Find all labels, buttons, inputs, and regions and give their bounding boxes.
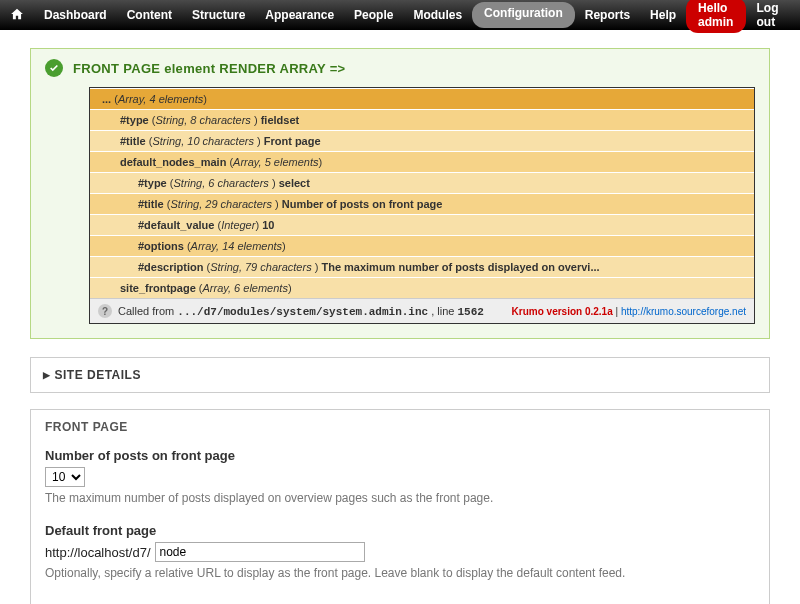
admin-menu-item-modules[interactable]: Modules <box>403 2 472 28</box>
krumo-row[interactable]: ... (Array, 4 elements) <box>90 88 754 109</box>
krumo-row[interactable]: #description (String, 79 characters ) Th… <box>90 256 754 277</box>
admin-menu-item-appearance[interactable]: Appearance <box>255 2 344 28</box>
admin-toolbar: DashboardContentStructureAppearancePeopl… <box>0 0 800 30</box>
krumo-row[interactable]: #type (String, 6 characters ) select <box>90 172 754 193</box>
krumo-line-label: , line <box>431 305 457 317</box>
site-details-toggle[interactable]: ▶ SITE DETAILS <box>31 358 769 392</box>
check-icon <box>45 59 63 77</box>
site-details-fieldset: ▶ SITE DETAILS <box>30 357 770 393</box>
krumo-row[interactable]: #title (String, 29 characters ) Number o… <box>90 193 754 214</box>
admin-menu-item-configuration[interactable]: Configuration <box>472 2 575 28</box>
admin-menu-item-reports[interactable]: Reports <box>575 2 640 28</box>
krumo-called-from-label: Called from <box>118 305 177 317</box>
krumo-row[interactable]: #default_value (Integer) 10 <box>90 214 754 235</box>
logout-link[interactable]: Log out <box>746 0 790 35</box>
status-title: FRONT PAGE element RENDER ARRAY => <box>73 61 345 76</box>
num-posts-select[interactable]: 10 <box>45 467 85 487</box>
front-page-fieldset: FRONT PAGE Number of posts on front page… <box>30 409 770 604</box>
num-posts-item: Number of posts on front page 10 The max… <box>45 448 755 505</box>
krumo-row[interactable]: #title (String, 10 characters ) Front pa… <box>90 130 754 151</box>
krumo-file-path: .../d7/modules/system/system.admin.inc <box>177 306 428 318</box>
home-icon[interactable] <box>10 7 24 24</box>
triangle-right-icon: ▶ <box>43 370 51 380</box>
krumo-row[interactable]: #options (Array, 14 elements) <box>90 235 754 256</box>
admin-menu-item-dashboard[interactable]: Dashboard <box>34 2 117 28</box>
hello-user-badge[interactable]: Hello admin <box>686 0 746 33</box>
front-page-legend: FRONT PAGE <box>45 420 755 434</box>
admin-menu-item-help[interactable]: Help <box>640 2 686 28</box>
admin-menu-item-structure[interactable]: Structure <box>182 2 255 28</box>
default-front-label: Default front page <box>45 523 755 538</box>
site-details-title: SITE DETAILS <box>55 368 141 382</box>
krumo-debug-tree: ... (Array, 4 elements)#type (String, 8 … <box>89 87 755 324</box>
num-posts-label: Number of posts on front page <box>45 448 755 463</box>
krumo-row[interactable]: default_nodes_main (Array, 5 elements) <box>90 151 754 172</box>
krumo-row[interactable]: site_frontpage (Array, 6 elements) <box>90 277 754 298</box>
admin-menu-item-content[interactable]: Content <box>117 2 182 28</box>
admin-menu: DashboardContentStructureAppearancePeopl… <box>34 2 686 28</box>
admin-menu-item-people[interactable]: People <box>344 2 403 28</box>
default-front-input[interactable] <box>155 542 365 562</box>
krumo-footer: ? Called from .../d7/modules/system/syst… <box>90 298 754 323</box>
krumo-row[interactable]: #type (String, 8 characters ) fieldset <box>90 109 754 130</box>
default-front-item: Default front page http://localhost/d7/ … <box>45 523 755 580</box>
krumo-version[interactable]: Krumo version 0.2.1a <box>512 306 613 317</box>
status-message-box: FRONT PAGE element RENDER ARRAY => ... (… <box>30 48 770 339</box>
krumo-line-number: 1562 <box>458 306 484 318</box>
krumo-link[interactable]: http://krumo.sourceforge.net <box>621 306 746 317</box>
num-posts-description: The maximum number of posts displayed on… <box>45 491 755 505</box>
default-front-prefix: http://localhost/d7/ <box>45 545 151 560</box>
help-icon: ? <box>98 304 112 318</box>
default-front-description: Optionally, specify a relative URL to di… <box>45 566 755 580</box>
